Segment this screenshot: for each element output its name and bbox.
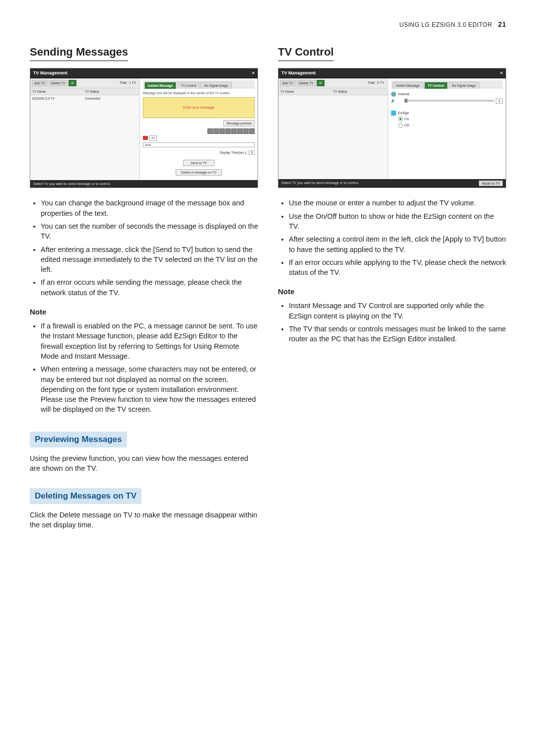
font-size-input[interactable]: 10 [149, 135, 157, 140]
list-item: If a firewall is enabled on the PC, a me… [41, 321, 258, 361]
display-time-input[interactable]: 5 [249, 150, 255, 155]
tab-no-signal-image[interactable]: No Signal Image [449, 82, 479, 89]
delete-tv-button[interactable]: Delete TV [49, 80, 68, 86]
color-swatch[interactable] [143, 136, 148, 140]
ezsign-off-radio[interactable]: Off [398, 123, 503, 128]
font-select[interactable]: Arial [143, 142, 255, 147]
align-right-icon[interactable] [231, 128, 237, 134]
ezsign-icon [391, 111, 396, 116]
deleting-messages-body: Click the Delete message on TV to make t… [30, 510, 258, 530]
note-heading: Note [278, 286, 506, 297]
message-input[interactable]: Enter your message [143, 97, 255, 118]
screenshot-instant-message: TV Management × Add TV Delete TV ⟳ Total… [30, 68, 258, 188]
send-to-tv-button[interactable]: Send to TV [183, 160, 214, 166]
sending-messages-title: Sending Messages [30, 45, 128, 62]
header-section: USING LG EZSIGN 3.0 EDITOR [400, 21, 492, 28]
tab-instant-message[interactable]: Instant Message [144, 82, 177, 89]
volume-slider[interactable] [404, 100, 494, 102]
tab-no-signal-image[interactable]: No Signal Image [201, 82, 231, 89]
bold-icon[interactable] [237, 128, 243, 134]
previewing-messages-heading: Previewing Messages [30, 432, 127, 447]
list-item: If an error occurs while sending the mes… [41, 277, 258, 298]
col-tv-status: TV Status [85, 89, 137, 94]
sending-messages-bullets: You can change the background image of t… [30, 198, 258, 298]
tv-row[interactable]: EZSIGN 3.0 TV Connected [30, 95, 139, 102]
total-tv-label: Total : 0 TV [366, 80, 386, 86]
display-time-label: Display Time(sec.) : [219, 151, 248, 154]
volume-icon [391, 92, 396, 97]
tv-control-title: TV Control [278, 45, 334, 62]
col-tv-name: TV Name [32, 89, 85, 94]
add-tv-button[interactable]: Add TV [280, 80, 296, 86]
tab-tv-control[interactable]: TV Control [424, 82, 448, 89]
align-left-icon[interactable] [219, 128, 225, 134]
window-title: TV Management [281, 70, 316, 76]
delete-tv-button[interactable]: Delete TV [297, 80, 316, 86]
list-item: After entering a message, click the [Sen… [41, 245, 258, 275]
total-tv-label: Total : 1 TV [118, 80, 138, 86]
footer-hint: Select TV you want to send message or to… [33, 182, 111, 187]
list-item: The TV that sends or controls messages m… [289, 324, 506, 344]
list-item: Use the On/Off button to show or hide th… [289, 211, 506, 232]
previewing-messages-body: Using the preview function, you can view… [30, 453, 258, 474]
ezsign-label: EzSign [398, 111, 409, 116]
refresh-button[interactable]: ⟳ [68, 80, 76, 86]
message-preview-button[interactable]: Message preview [223, 120, 255, 126]
delete-message-button[interactable]: Delete a message on TV [176, 169, 222, 176]
page-number: 21 [498, 20, 506, 28]
note-bullets-left: If a firewall is enabled on the PC, a me… [30, 321, 258, 415]
list-item: When entering a message, some characters… [41, 364, 258, 414]
screenshot-tv-control: TV Management × Add TV Delete TV ⟳ Total… [278, 68, 506, 188]
apply-to-tv-button[interactable]: Apply to TV [479, 181, 503, 187]
list-item: Instant Message and TV Control are suppo… [289, 301, 506, 321]
ezsign-on-radio[interactable]: On [398, 117, 503, 122]
tv-name: EZSIGN 3.0 TV [32, 96, 85, 101]
add-tv-button[interactable]: Add TV [32, 80, 48, 86]
underline-icon[interactable] [243, 128, 249, 134]
footer-hint: Select TV you want to send message or to… [281, 181, 359, 187]
format-icons[interactable] [143, 128, 255, 134]
list-item: Use the mouse or enter a number to adjus… [289, 198, 506, 208]
align-center-icon[interactable] [225, 128, 231, 134]
col-tv-name: TV Name [280, 89, 333, 94]
tv-status: Connected [85, 96, 137, 101]
tv-control-bullets: Use the mouse or enter a number to adjus… [278, 198, 506, 277]
refresh-button[interactable]: ⟳ [317, 80, 325, 86]
volume-value[interactable]: 0 [496, 98, 503, 104]
tab-instant-message[interactable]: Instant Message [393, 82, 423, 89]
left-column: Sending Messages TV Management × Add TV … [30, 45, 258, 537]
italic-icon[interactable] [249, 128, 255, 134]
close-icon[interactable]: × [500, 70, 503, 76]
right-column: TV Control TV Management × Add TV Delete… [278, 45, 506, 537]
volume-label: Volume [398, 92, 409, 97]
close-icon[interactable]: × [252, 70, 255, 76]
list-item: You can change the background image of t… [41, 198, 258, 218]
window-title: TV Management [33, 70, 67, 76]
list-item: After selecting a control item in the le… [289, 234, 506, 254]
hint-text: Message box will be displayed in the cen… [143, 91, 255, 95]
col-tv-status: TV Status [333, 89, 386, 94]
bg-icon[interactable] [207, 128, 213, 134]
list-item: If an error occurs while applying to the… [289, 257, 506, 278]
speaker-icon: 🔈 [391, 98, 396, 103]
note-bullets-right: Instant Message and TV Control are suppo… [278, 301, 506, 344]
note-heading: Note [30, 307, 258, 317]
bg-icon[interactable] [213, 128, 219, 134]
deleting-messages-heading: Deleting Messages on TV [30, 488, 141, 504]
page-header: USING LG EZSIGN 3.0 EDITOR 21 [30, 20, 506, 30]
list-item: You can set the number of seconds the me… [41, 221, 258, 242]
tab-tv-control[interactable]: TV Control [177, 82, 200, 89]
